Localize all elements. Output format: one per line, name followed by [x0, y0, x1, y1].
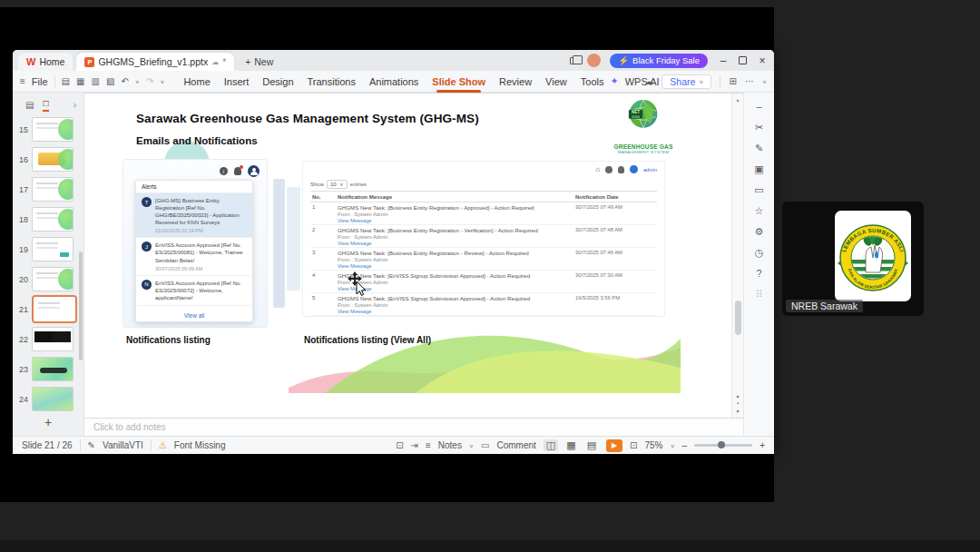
undo-icon[interactable]: ↶ [121, 76, 128, 86]
hide-sidebar-icon[interactable]: – [756, 102, 761, 112]
slide-thumbnail-22[interactable]: 22 [13, 327, 83, 351]
help-icon[interactable]: ? [756, 269, 761, 279]
page-size-select[interactable]: 10 ∨ [327, 180, 348, 189]
pen-mode-icon[interactable]: ⇥ [411, 440, 418, 450]
view-message-link[interactable]: View Message [338, 241, 575, 246]
alert-item[interactable]: N EnVISS Account Approved [Ref No. ES/20… [136, 276, 252, 306]
desk-mode-icon[interactable]: ⊡ [396, 440, 403, 450]
maximize-button[interactable] [739, 56, 747, 64]
export-icon[interactable]: ▦ [76, 76, 84, 86]
ribbon-caret-icon[interactable]: ∨ [160, 78, 164, 84]
notes-caret-icon[interactable]: ∨ [469, 442, 474, 448]
tab-view[interactable]: View [545, 76, 567, 87]
participant-video-tile[interactable]: LEMBAGA SUMBER ASLI DAN ALAM SEKITAR SAR… [782, 202, 924, 316]
hamburger-icon[interactable]: ≡ [20, 76, 25, 86]
close-button[interactable]: × [756, 54, 769, 67]
edit-icon[interactable]: ✎ [755, 143, 763, 153]
settings-icon[interactable]: ⚙ [755, 227, 764, 237]
notes-input[interactable]: Click to add notes [84, 418, 743, 436]
notes-toggle[interactable]: Notes [438, 440, 462, 450]
slide-thumbnail-23[interactable]: 23 [13, 357, 83, 381]
tab-design[interactable]: Design [262, 76, 293, 87]
row-no: 5 [310, 295, 338, 314]
scroll-up-icon[interactable]: ▴ [732, 96, 743, 103]
table-row[interactable]: 3 GHGMS New Task: [Business Entity Regis… [310, 248, 657, 271]
fit-slide-icon[interactable]: ⊡ [630, 440, 637, 450]
tab-review[interactable]: Review [499, 76, 532, 87]
nav-dot-icon[interactable]: ▪ [737, 400, 739, 406]
tools-icon[interactable]: ✂ [755, 123, 763, 133]
zoom-out-button[interactable]: – [682, 440, 688, 450]
alert-item[interactable]: T [GHG-MS] Business Entity Registration … [136, 193, 252, 238]
redo-icon[interactable]: ↷ [146, 76, 153, 86]
slide-thumbnail-18[interactable]: 18 [13, 207, 83, 232]
zoom-percent[interactable]: 75% [644, 440, 662, 450]
wps-presentation-window: W Home P GHGMS_Briefing_v1.pptx ☁ * + Ne… [13, 50, 774, 454]
previous-slide-icon[interactable]: ▴ [736, 392, 739, 399]
minimize-button[interactable]: – [717, 54, 730, 67]
tab-transitions[interactable]: Transitions [308, 76, 356, 87]
account-avatar[interactable] [587, 54, 601, 67]
slide-thumbnail-20[interactable]: 20 [13, 267, 83, 291]
canvas-scrollbar[interactable]: ▴ ▴ ▪ ▾ [731, 93, 743, 418]
tab-tools[interactable]: Tools [581, 76, 604, 87]
slide-sorter-button[interactable]: ▦ [564, 439, 578, 451]
slide-thumbnail-16[interactable]: 16 [13, 147, 83, 172]
cloud-upload-icon[interactable]: ☁ [644, 76, 653, 86]
view-message-link[interactable]: View Message [338, 286, 575, 291]
view-all-link[interactable]: View all [136, 310, 252, 321]
tab-home[interactable]: Home [183, 76, 210, 87]
layout-switch-icon[interactable]: ⊞ [729, 76, 736, 86]
slide-canvas[interactable]: Sarawak Greenhouse Gas Management System… [84, 93, 731, 418]
document-tab[interactable]: P GHGMS_Briefing_v1.pptx ☁ * [76, 53, 234, 71]
scrollbar-thumb[interactable] [735, 301, 741, 335]
outline-view-icon[interactable]: ▤ [25, 100, 34, 110]
apps-icon[interactable]: ⠿ [755, 290, 762, 300]
new-tab-button[interactable]: + New [245, 53, 273, 71]
zoom-caret-icon[interactable]: ∨ [670, 442, 674, 448]
zoom-slider-knob[interactable] [718, 441, 725, 448]
normal-view-button[interactable]: ◫ [544, 439, 558, 451]
print-preview-icon[interactable]: ▧ [106, 76, 114, 86]
theme-name[interactable]: VanillaVTI [103, 440, 143, 450]
slideshow-play-button[interactable]: ▶ [606, 439, 622, 452]
slide-view-icon[interactable]: □ [43, 98, 48, 112]
slide-thumbnail-19[interactable]: 19 [13, 237, 83, 261]
slide-thumbnail-21-selected[interactable]: 21 [13, 297, 83, 321]
reading-view-button[interactable]: ▤ [584, 439, 599, 451]
print-icon[interactable]: ▥ [91, 76, 99, 86]
zoom-in-button[interactable]: + [760, 440, 765, 450]
home-tab[interactable]: W Home [18, 53, 73, 71]
promo-button[interactable]: ⚡ Black Friday Sale [610, 54, 708, 68]
font-missing-label[interactable]: Font Missing [174, 440, 226, 450]
view-message-link[interactable]: View Message [338, 218, 575, 223]
view-message-link[interactable]: View Message [338, 309, 575, 314]
panel-scrollbar[interactable] [79, 251, 83, 360]
alert-item[interactable]: J EnVISS Account Approved [Ref No. ES/20… [136, 238, 252, 275]
multi-window-icon[interactable] [570, 57, 578, 64]
next-slide-icon[interactable]: ▾ [736, 408, 739, 414]
save-icon[interactable]: ▤ [62, 76, 70, 86]
tab-animations[interactable]: Animations [369, 76, 418, 87]
table-row[interactable]: 2 GHGMS New Task: [Business Entity Regis… [310, 225, 657, 248]
comment-panel-icon[interactable]: ▭ [754, 185, 763, 195]
tab-insert[interactable]: Insert [224, 76, 250, 87]
slide-thumbnail-17[interactable]: 17 [13, 177, 83, 202]
slide-thumbnail-24[interactable]: 24 [13, 387, 83, 411]
collapse-panel-icon[interactable]: › [74, 100, 76, 110]
slide-thumbnail-15[interactable]: 15 [13, 117, 83, 142]
table-row[interactable]: 1 GHGMS New Task: [Business Entity Regis… [310, 202, 657, 225]
history-icon[interactable]: ◷ [755, 248, 764, 258]
file-menu[interactable]: File [32, 76, 48, 87]
tab-slide-show[interactable]: Slide Show [432, 76, 485, 87]
more-icon[interactable]: ⋯ [745, 76, 754, 86]
add-slide-button[interactable]: + [13, 415, 83, 429]
object-panel-icon[interactable]: ▣ [754, 164, 763, 174]
comment-button[interactable]: Comment [496, 440, 535, 450]
favorites-icon[interactable]: ☆ [755, 206, 764, 216]
collapse-ribbon-icon[interactable]: ∨ [762, 78, 767, 84]
share-button[interactable]: Share ∨ [662, 74, 711, 89]
zoom-slider[interactable] [694, 444, 752, 447]
undo-caret-icon[interactable]: ∨ [135, 78, 140, 84]
view-message-link[interactable]: View Message [338, 263, 575, 269]
